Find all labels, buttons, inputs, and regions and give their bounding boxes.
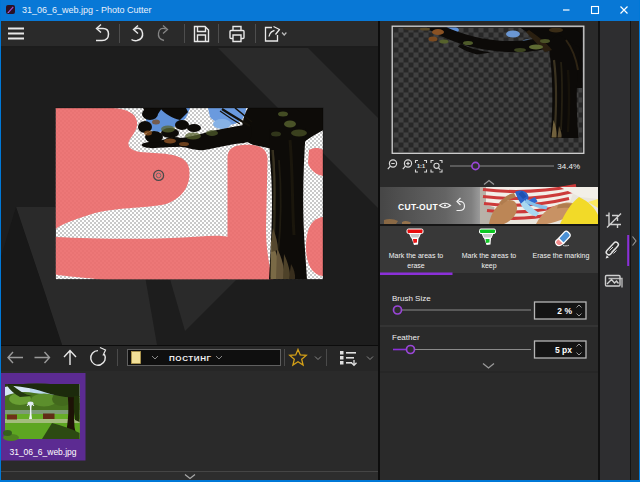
svg-text:CUT-OUT: CUT-OUT (398, 202, 438, 212)
svg-text:1:1: 1:1 (417, 163, 425, 169)
svg-text:erase: erase (407, 262, 425, 269)
svg-text:Brush Size: Brush Size (392, 294, 431, 303)
svg-text:34.4%: 34.4% (557, 162, 580, 171)
svg-text:Feather: Feather (392, 333, 420, 342)
svg-text:ПОСТИНГ: ПОСТИНГ (169, 354, 212, 363)
svg-text:keep: keep (481, 262, 496, 270)
svg-text:Mark the areas to: Mark the areas to (389, 252, 444, 259)
svg-text:Mark the areas to: Mark the areas to (462, 252, 517, 259)
svg-text:2 %: 2 % (557, 306, 572, 316)
svg-text:31_06_6_web.jpg: 31_06_6_web.jpg (9, 447, 76, 457)
svg-text:Erase the marking: Erase the marking (533, 252, 590, 260)
svg-text:5 px: 5 px (555, 345, 572, 355)
